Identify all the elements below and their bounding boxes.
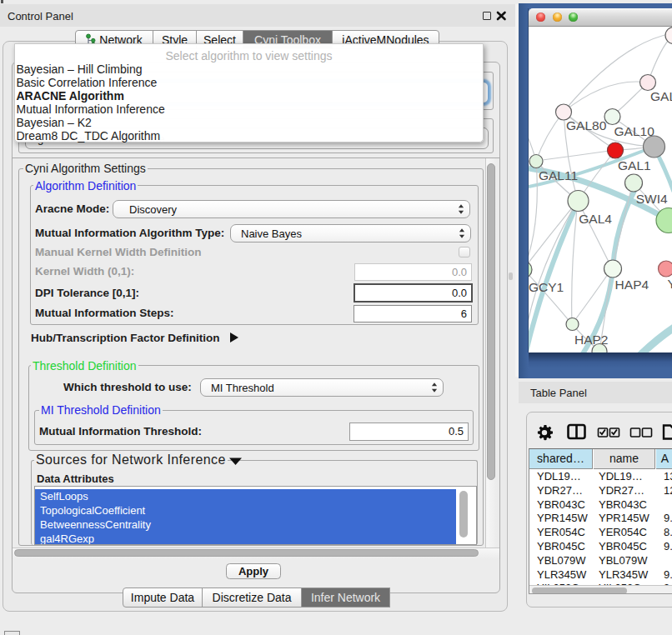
svg-text:SWI4: SWI4: [636, 192, 668, 206]
svg-text:GAL4: GAL4: [579, 212, 612, 226]
svg-text:HAP4: HAP4: [615, 278, 649, 292]
svg-text:GAL80: GAL80: [566, 118, 607, 132]
svg-text:GCY1: GCY1: [529, 280, 564, 294]
svg-text:GAL10: GAL10: [614, 124, 655, 138]
svg-text:GAL7: GAL7: [650, 89, 672, 103]
svg-text:Y: Y: [668, 277, 672, 291]
svg-text:GAL11: GAL11: [539, 168, 578, 182]
svg-text:GAL1: GAL1: [618, 158, 651, 172]
svg-text:HAP2: HAP2: [574, 332, 609, 347]
